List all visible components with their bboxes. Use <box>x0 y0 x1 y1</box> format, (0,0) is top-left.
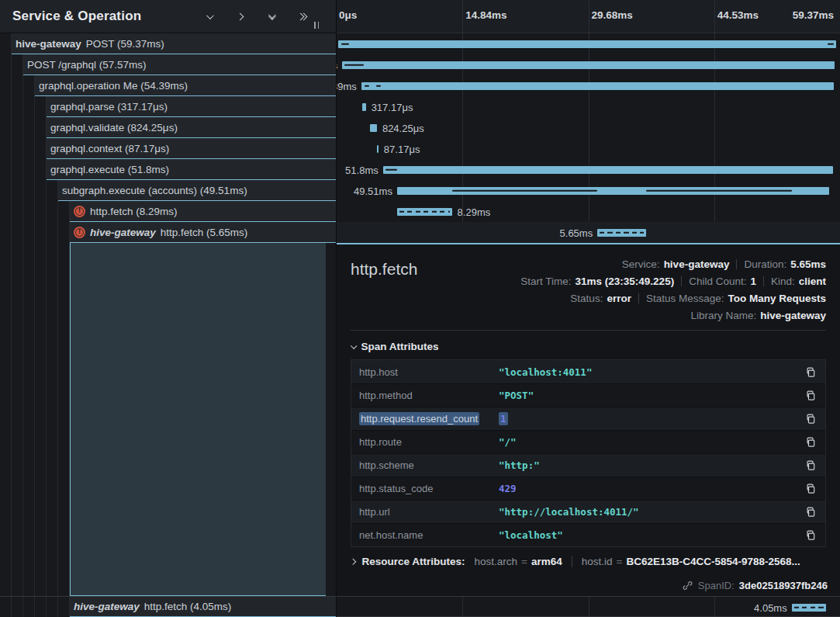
span-duration-bar[interactable] <box>342 61 835 69</box>
bar-child-dashes <box>600 231 644 234</box>
resource-divider <box>572 556 572 567</box>
attribute-key: http.url <box>359 506 499 518</box>
tree-row[interactable]: hive-gatewayPOST (59.37ms) <box>12 33 336 54</box>
bar-child-mark <box>452 189 597 192</box>
double-chevron-right-button[interactable] <box>296 10 308 23</box>
attribute-value: 429 <box>499 483 805 494</box>
span-duration-bar[interactable] <box>383 166 833 174</box>
copy-icon[interactable] <box>805 366 818 378</box>
link-icon[interactable] <box>682 580 693 591</box>
resource-key: host.id <box>582 556 613 567</box>
meta-value: hive-gateway <box>664 258 730 270</box>
chevron-down-icon <box>206 12 213 19</box>
meta-pair: Child Count:1 <box>689 276 756 287</box>
attribute-row: http.request.resend_count1 <box>351 407 825 430</box>
copy-icon[interactable] <box>805 483 818 494</box>
tree-row[interactable]: http.fetch (8.29ms) <box>70 201 336 222</box>
meta-pair: Kind:client <box>771 276 826 287</box>
timeline-row <box>337 33 840 54</box>
timeline-row: 54.39ms <box>337 75 840 96</box>
selected-span-indent-area <box>0 243 337 596</box>
bar-duration-label: 4.05ms <box>754 601 787 613</box>
span-operation-label: POST (59.37ms) <box>86 38 164 50</box>
timeline-row: 51.8ms <box>337 159 840 180</box>
attribute-value: "http:" <box>499 459 805 471</box>
meta-pair: Duration:5.65ms <box>744 258 826 270</box>
span-operation-label: graphql.execute (51.8ms) <box>50 164 169 175</box>
axis-tick-label: 14.84ms <box>465 9 506 21</box>
tree-row[interactable]: subgraph.execute (accounts) (49.51ms) <box>58 180 336 201</box>
resource-attributes-header[interactable]: Resource Attributes: <box>351 556 465 567</box>
meta-value: 31ms (23:35:49.225) <box>576 276 675 287</box>
copy-icon[interactable] <box>805 529 818 541</box>
meta-value: client <box>799 276 826 287</box>
bar-child-mark <box>646 189 792 192</box>
span-attributes-table: http.host"localhost:4011"http.method"POS… <box>351 359 826 547</box>
span-operation-label: graphql.operation Me (54.39ms) <box>39 80 188 92</box>
span-operation-label: graphql.context (87.17μs) <box>50 143 169 154</box>
tree-row[interactable]: graphql.operation Me (54.39ms) <box>35 75 336 96</box>
span-operation-label: http.fetch (4.05ms) <box>144 601 232 612</box>
span-service-name: hive-gateway <box>74 601 140 612</box>
span-duration-bar[interactable] <box>377 145 379 153</box>
span-duration-bar[interactable] <box>362 103 366 111</box>
bar-duration-label: 317.17μs <box>372 101 413 113</box>
chevron-right-button[interactable] <box>233 10 246 23</box>
copy-icon[interactable] <box>805 390 818 401</box>
span-service-name: hive-gateway <box>90 227 156 238</box>
meta-pair: Start Time:31ms (23:35:49.225) <box>520 276 674 287</box>
double-chevron-down-button[interactable] <box>264 10 277 23</box>
tree-row[interactable]: POST /graphql (57.57ms) <box>23 54 336 75</box>
tree-row[interactable]: graphql.parse (317.17μs) <box>47 96 336 117</box>
meta-divider <box>763 276 764 286</box>
span-meta-line: Status:errorStatus Message:Too Many Requ… <box>570 289 826 307</box>
selected-span-highlight <box>70 243 326 596</box>
span-operation-label: http.fetch (8.29ms) <box>90 206 178 217</box>
span-operation-label: graphql.parse (317.17μs) <box>50 101 168 113</box>
span-duration-bar[interactable] <box>370 124 377 132</box>
copy-icon[interactable] <box>805 436 818 448</box>
bar-child-mark <box>828 43 834 45</box>
tree-row[interactable]: hive-gatewayhttp.fetch (5.65ms) <box>70 222 336 243</box>
timeline-row: 57.57ms <box>337 54 840 75</box>
meta-value: error <box>607 293 631 304</box>
panel-resize-handle[interactable] <box>314 22 319 29</box>
bar-child-dashes <box>794 606 824 608</box>
tree-row[interactable]: graphql.context (87.17μs) <box>47 138 336 159</box>
attribute-value: "POST" <box>499 390 805 401</box>
span-attributes-header[interactable]: Span Attributes <box>351 341 826 352</box>
chevron-down-button[interactable] <box>202 10 215 23</box>
bar-child-mark <box>341 43 349 45</box>
bottom-timeline-row: 4.05ms <box>337 596 840 617</box>
span-service-name: hive-gateway <box>16 38 81 50</box>
axis-gridline <box>589 0 589 33</box>
timeline-row: 8.29ms <box>337 201 840 222</box>
attribute-row: http.host"localhost:4011" <box>351 360 825 383</box>
span-duration-bar[interactable] <box>361 82 834 90</box>
chevron-down-icon <box>351 342 357 348</box>
selected-text: http.request.resend_count <box>359 412 479 425</box>
attribute-value: "/" <box>499 436 805 448</box>
attribute-row: http.url"http://localhost:4011/" <box>351 500 825 523</box>
meta-pair: Service:hive-gateway <box>622 258 730 270</box>
attribute-key: http.scheme <box>359 459 499 471</box>
timeline-row: 5.65ms <box>337 222 840 243</box>
bar-duration-label: 5.65ms <box>560 227 593 238</box>
axis-tick-label: 59.37ms <box>793 9 834 21</box>
span-meta-line: Service:hive-gatewayDuration:5.65ms <box>622 255 826 272</box>
copy-icon[interactable] <box>805 459 818 471</box>
attribute-value: "http://localhost:4011/" <box>499 506 805 518</box>
tree-row[interactable]: graphql.validate (824.25μs) <box>47 117 336 138</box>
copy-icon[interactable] <box>805 506 818 518</box>
equals-sign: = <box>617 556 623 567</box>
selected-text: 1 <box>499 412 508 425</box>
copy-icon[interactable] <box>805 413 818 425</box>
bar-duration-label: 57.57ms <box>337 59 337 71</box>
meta-divider <box>736 259 737 269</box>
span-duration-bar[interactable] <box>338 40 837 48</box>
meta-divider <box>681 276 682 286</box>
attribute-row: http.route"/" <box>351 430 825 453</box>
meta-label: Start Time: <box>520 276 571 287</box>
tree-row[interactable]: hive-gatewayhttp.fetch (4.05ms) <box>70 597 336 617</box>
tree-row[interactable]: graphql.execute (51.8ms) <box>47 159 336 180</box>
